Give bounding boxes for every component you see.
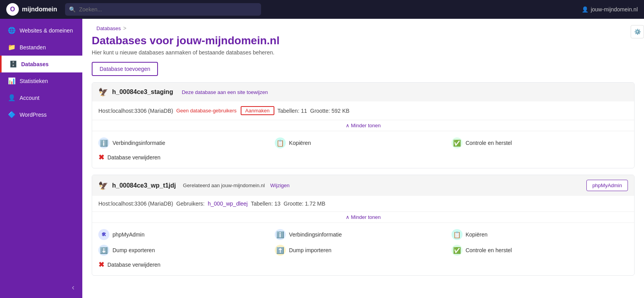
- topbar-user[interactable]: 👤 jouw-mijndomein.nl: [582, 6, 638, 13]
- main-content: ⚙️ Databases > Databases voor jouw-mijnd…: [82, 19, 644, 298]
- db-action-verbindingsinfo-1[interactable]: ℹ️ Verbindingsinformatie: [98, 137, 275, 148]
- sidebar-item-account[interactable]: 👤 Account: [0, 89, 82, 106]
- search-input[interactable]: [65, 3, 261, 16]
- sidebar: 🌐 Websites & domeinen 📁 Bestanden 🗄️ Dat…: [0, 19, 82, 298]
- breadcrumb: Databases >: [82, 19, 644, 31]
- search-icon: 🔍: [69, 6, 76, 13]
- breadcrumb-databases[interactable]: Databases: [96, 25, 121, 31]
- databases-icon: 🗄️: [9, 60, 17, 68]
- db-host-2: Host:localhost:3306 (MariaDB): [98, 200, 173, 207]
- db-action-phpmyadmin-2[interactable]: 🛠 phpMyAdmin: [98, 229, 275, 240]
- db-action-controle-2[interactable]: ✅ Controle en herstel: [452, 245, 628, 256]
- db-tables-1: Tabellen: 11: [278, 108, 307, 114]
- breadcrumb-separator: >: [123, 25, 126, 31]
- db-actions-1: ℹ️ Verbindingsinformatie 📋 Kopiëren ✅ Co…: [92, 131, 634, 168]
- verbindingsinfo-label-1: Verbindingsinformatie: [112, 140, 165, 146]
- dump-import-label: Dump importeren: [289, 247, 331, 253]
- db-name-2: h_00084ce3_wp_t1jdj: [112, 182, 176, 189]
- sidebar-item-statistieken[interactable]: 📊 Statistieken: [0, 72, 82, 89]
- db-name-1: h_00084ce3_staging: [112, 88, 173, 96]
- phpmyadmin-header-button-2[interactable]: phpMyAdmin: [586, 180, 628, 191]
- db-info-1: Host:localhost:3306 (MariaDB) Geen datab…: [92, 101, 634, 120]
- db-tables-2: Tabellen: 13: [251, 200, 281, 207]
- websites-icon: 🌐: [8, 27, 16, 34]
- verwijderen-label-1: Database verwijderen: [107, 154, 160, 161]
- db-action-controle-1[interactable]: ✅ Controle en herstel: [452, 137, 628, 148]
- db-user-link-2[interactable]: h_000_wp_dleej: [208, 200, 248, 207]
- db-action-dump-import[interactable]: ⬆️ Dump importeren: [275, 245, 451, 256]
- db-size-1: Grootte: 592 KB: [310, 108, 349, 114]
- sidebar-item-bestanden[interactable]: 📁 Bestanden: [0, 39, 82, 56]
- kopieren-label-2: Kopiëren: [466, 231, 488, 238]
- controle-label-2: Controle en herstel: [466, 247, 512, 253]
- statistieken-icon: 📊: [8, 77, 16, 85]
- verwijderen-icon-2: ✖: [98, 260, 104, 269]
- sidebar-collapse-button[interactable]: ‹: [0, 276, 82, 298]
- db-users-label-2: Gebruikers:: [176, 200, 205, 207]
- settings-icon[interactable]: ⚙️: [631, 25, 644, 38]
- db-size-2: Grootte: 1.72 MB: [284, 200, 326, 207]
- db-phpmyadmin-btn-wrap: phpMyAdmin: [586, 180, 628, 191]
- sidebar-label-websites: Websites & domeinen: [20, 27, 73, 34]
- layout: 🌐 Websites & domeinen 📁 Bestanden 🗄️ Dat…: [0, 19, 644, 298]
- controle-label-1: Controle en herstel: [466, 140, 512, 146]
- db-action-verwijderen-2[interactable]: ✖ Database verwijderen: [98, 260, 275, 269]
- sidebar-item-wordpress[interactable]: 🔷 WordPress: [0, 106, 82, 123]
- db-actions-2: 🛠 phpMyAdmin ℹ️ Verbindingsinformatie 📋 …: [92, 222, 634, 275]
- kopieren-icon-2: 📋: [452, 229, 463, 240]
- topbar: O mijndomein 🔍 👤 jouw-mijndomein.nl: [0, 0, 644, 19]
- dump-import-icon: ⬆️: [275, 245, 286, 256]
- db-create-user-button-1[interactable]: Aanmaken: [241, 106, 274, 115]
- db-action-dump-export[interactable]: ⬇️ Dump exporteren: [98, 245, 275, 256]
- db-icon-2: 🦅: [98, 181, 108, 190]
- db-action-verbindingsinfo-2[interactable]: ℹ️ Verbindingsinformatie: [275, 229, 451, 240]
- kopieren-icon-1: 📋: [275, 137, 286, 148]
- page-title-domain: jouw-mijndomein.nl: [176, 34, 279, 47]
- database-card-2: 🦅 h_00084ce3_wp_t1jdj Gerelateerd aan jo…: [92, 175, 635, 276]
- sidebar-label-statistieken: Statistieken: [20, 78, 48, 84]
- kopieren-label-1: Kopiëren: [289, 140, 311, 146]
- db-action-verwijderen-1[interactable]: ✖ Database verwijderen: [98, 153, 275, 162]
- logo: O mijndomein: [6, 3, 57, 16]
- controle-icon-1: ✅: [452, 137, 463, 148]
- db-card-header-1: 🦅 h_00084ce3_staging Deze database aan e…: [92, 83, 634, 101]
- db-related-label-2: Gerelateerd aan jouw-mijndomein.nl: [183, 182, 265, 188]
- db-toggle-2[interactable]: ∧ Minder tonen: [92, 211, 634, 222]
- dump-export-label: Dump exporteren: [112, 247, 155, 253]
- wordpress-icon: 🔷: [8, 111, 16, 118]
- sidebar-label-databases: Databases: [21, 61, 49, 67]
- database-card-1: 🦅 h_00084ce3_staging Deze database aan e…: [92, 82, 635, 168]
- db-action-kopieren-2[interactable]: 📋 Kopiëren: [452, 229, 628, 240]
- controle-icon-2: ✅: [452, 245, 463, 256]
- sidebar-label-wordpress: WordPress: [20, 112, 47, 118]
- page-title-prefix: Databases voor: [92, 34, 176, 47]
- db-icon-1: 🦅: [98, 87, 108, 97]
- username-label: jouw-mijndomein.nl: [591, 6, 638, 13]
- db-host-1: Host:localhost:3306 (MariaDB): [98, 108, 173, 114]
- add-database-button[interactable]: Database toevoegen: [92, 62, 158, 76]
- db-assign-link-1[interactable]: Deze database aan een site toewijzen: [182, 89, 268, 95]
- sidebar-item-databases[interactable]: 🗄️ Databases: [0, 56, 82, 72]
- verbindingsinfo-icon-2: ℹ️: [275, 229, 286, 240]
- db-card-header-2: 🦅 h_00084ce3_wp_t1jdj Gerelateerd aan jo…: [92, 175, 634, 196]
- dump-export-icon: ⬇️: [98, 245, 109, 256]
- db-info-2: Host:localhost:3306 (MariaDB) Gebruikers…: [92, 196, 634, 211]
- page-subtitle: Hier kunt u nieuwe databases aanmaken of…: [92, 49, 635, 56]
- account-icon: 👤: [8, 94, 16, 101]
- db-toggle-1[interactable]: ∧ Minder tonen: [92, 120, 634, 131]
- sidebar-item-websites[interactable]: 🌐 Websites & domeinen: [0, 22, 82, 39]
- sidebar-label-account: Account: [20, 95, 40, 101]
- db-action-kopieren-1[interactable]: 📋 Kopiëren: [275, 137, 451, 148]
- main-inner: ⚙️ Databases > Databases voor jouw-mijnd…: [82, 19, 644, 276]
- verbindingsinfo-label-2: Verbindingsinformatie: [289, 231, 342, 238]
- verwijderen-label-2: Database verwijderen: [107, 262, 160, 268]
- bestanden-icon: 📁: [8, 43, 16, 51]
- search-bar[interactable]: 🔍: [65, 3, 261, 16]
- user-icon: 👤: [582, 6, 588, 13]
- logo-icon: O: [6, 3, 19, 16]
- sidebar-label-bestanden: Bestanden: [20, 44, 46, 51]
- verbindingsinfo-icon-1: ℹ️: [98, 137, 109, 148]
- db-no-users-1: Geen database-gebruikers: [176, 108, 237, 114]
- verwijderen-icon-1: ✖: [98, 153, 104, 162]
- db-wijzigen-link-2[interactable]: Wijzigen: [270, 182, 290, 188]
